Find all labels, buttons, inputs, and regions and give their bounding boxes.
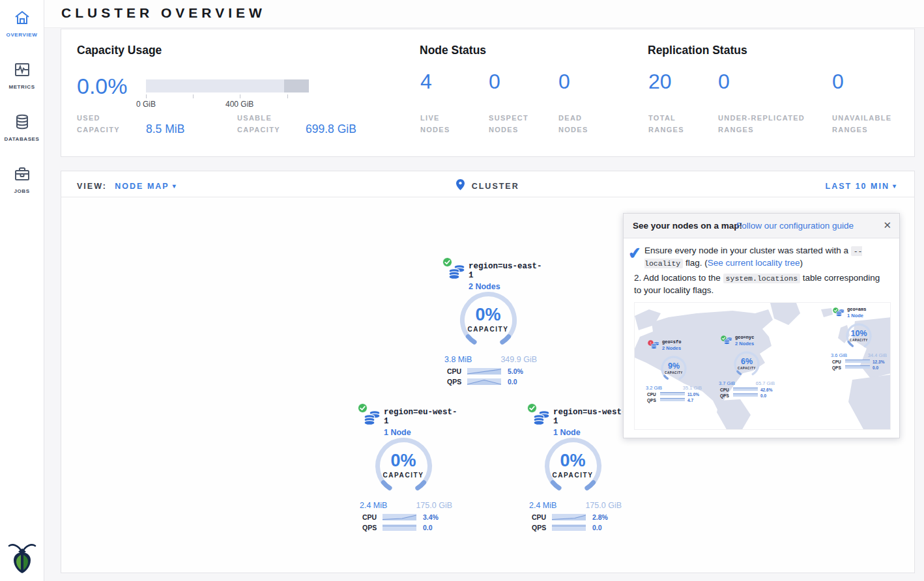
node-used-capacity: 2.4 MiB (529, 501, 556, 510)
cpu-value: 2.8% (592, 513, 608, 521)
cpu-value: 12.3% (873, 359, 884, 365)
suspect-nodes-label: SUSPECT NODES (489, 113, 528, 135)
cpu-sparkline (383, 514, 416, 520)
sidebar-item-overview[interactable]: OVERVIEW (0, 9, 44, 38)
preview-node-count: 2 Nodes (662, 345, 681, 352)
capacity-label: CAPACITY (732, 367, 762, 371)
main-content: CLUSTER OVERVIEW Capacity Usage 0.0% 0 G… (44, 0, 924, 581)
cockroachdb-logo[interactable] (7, 541, 38, 574)
sidebar-item-jobs[interactable]: JOBS (0, 165, 44, 194)
capacity-percent: 0.0% (77, 74, 128, 99)
node-usable-capacity: 35.1 GiB (683, 385, 702, 392)
titlebar: CLUSTER OVERVIEW (44, 0, 924, 28)
node-used-capacity: 3.7 GiB (719, 380, 735, 388)
time-range-dropdown[interactable]: LAST 10 MIN▾ (826, 182, 897, 191)
capacity-label: CAPACITY (844, 339, 874, 343)
node-status-title: Node Status (420, 44, 486, 57)
axis-tick (287, 94, 288, 98)
capacity-percent: 10% (844, 328, 874, 340)
preview-geo-label: geo=nyc (735, 335, 754, 341)
cpu-label: CPU (362, 513, 377, 521)
qps-sparkline (660, 398, 685, 401)
capacity-percent: 9% (659, 361, 689, 373)
cpu-label: CPU (720, 387, 729, 393)
capacity-bar (146, 79, 309, 92)
breadcrumb-cluster[interactable]: CLUSTER (472, 182, 519, 191)
node-usable-capacity: 349.9 GiB (500, 355, 537, 364)
cpu-label: CPU (447, 367, 461, 375)
qps-value: 0.0 (508, 378, 517, 386)
suspect-nodes-value: 0 (489, 70, 500, 94)
qps-sparkline (467, 378, 501, 385)
capacity-percent: 6% (732, 356, 762, 368)
capacity-gauge: 9% CAPACITY (659, 354, 689, 384)
under-replicated-ranges-label: UNDER-REPLICATED RANGES (718, 113, 805, 135)
sidebar-item-label: JOBS (0, 188, 44, 194)
configuration-guide-link[interactable]: Follow our configuration guide (736, 221, 854, 231)
node-used-capacity: 2.4 MiB (360, 501, 387, 510)
cpu-value: 3.4% (423, 513, 439, 521)
capacity-percent: 0% (457, 305, 519, 325)
code-system-locations: system.locations (723, 274, 800, 283)
dead-nodes-label: DEAD NODES (558, 113, 588, 135)
axis-tick (240, 94, 240, 98)
cpu-sparkline (845, 360, 870, 363)
under-replicated-ranges-value: 0 (718, 70, 730, 94)
capacity-gauge: 6% CAPACITY (732, 349, 762, 379)
qps-label: QPS (720, 393, 729, 399)
node-region-label: region=us-west-1 (553, 408, 628, 426)
qps-value: 4.7 (687, 397, 693, 403)
sidebar-item-metrics[interactable]: METRICS (0, 61, 44, 90)
qps-value: 0.0 (760, 393, 766, 399)
map-node-group-us-west-1[interactable]: region=us-west-1 1 Node 0% CAPACITY 2.4 … (517, 406, 628, 531)
chevron-down-icon: ▾ (893, 182, 897, 190)
cpu-value: 11.0% (687, 391, 699, 397)
setup-step-1: ✔ Ensure every node in your cluster was … (634, 245, 889, 270)
dead-nodes-value: 0 (558, 70, 570, 94)
capacity-label: CAPACITY (659, 371, 689, 375)
home-icon (14, 9, 31, 29)
qps-sparkline (383, 524, 416, 531)
qps-label: QPS (647, 397, 656, 403)
metrics-icon (14, 61, 31, 81)
sidebar-item-databases[interactable]: DATABASES (0, 113, 44, 142)
locality-tree-link[interactable]: See current locality tree (708, 258, 800, 268)
popup-title: See your nodes on a map! (633, 221, 742, 231)
total-ranges-label: TOTAL RANGES (648, 113, 684, 135)
capacity-percent: 0% (542, 451, 604, 471)
live-nodes-value: 4 (420, 70, 432, 94)
node-region-label: region=eu-west-1 (384, 408, 459, 426)
setup-step-2: 2. Add locations to the system.locations… (634, 272, 889, 297)
capacity-label: CAPACITY (542, 472, 604, 479)
node-used-capacity: 3.6 GiB (831, 352, 847, 360)
node-used-capacity: 3.8 MiB (444, 355, 472, 364)
node-usable-capacity: 175.0 GiB (585, 501, 622, 510)
popup-header: See your nodes on a map! Follow our conf… (624, 214, 899, 238)
map-node-group-us-east-1[interactable]: region=us-east-1 2 Nodes 0% CAPACITY 3.8… (433, 260, 543, 386)
qps-sparkline (733, 393, 758, 397)
node-usable-capacity: 34.4 GiB (868, 352, 887, 360)
used-capacity-value: 8.5 MiB (146, 122, 184, 136)
preview-node-sfo: ! geo=sfo 2 Nodes (644, 339, 704, 402)
capacity-usage-title: Capacity Usage (77, 44, 162, 57)
axis-tick-label: 0 GiB (136, 100, 156, 109)
cpu-label: CPU (647, 391, 656, 397)
node-map-card: VIEW: NODE MAP▾ CLUSTER LAST 10 MIN▾ (61, 171, 915, 573)
healthy-check-icon (442, 257, 452, 270)
preview-node-count: 2 Nodes (735, 341, 754, 348)
jobs-icon (14, 165, 31, 185)
close-icon[interactable]: ✕ (883, 220, 891, 231)
node-region-label: region=us-east-1 (469, 262, 543, 280)
capacity-gauge: 0% CAPACITY (457, 289, 519, 351)
cluster-summary-card: Capacity Usage 0.0% 0 GiB 400 GiB USED C… (61, 29, 915, 157)
capacity-label: CAPACITY (457, 326, 519, 333)
cpu-label: CPU (832, 359, 841, 365)
popup-body: ✔ Ensure every node in your cluster was … (624, 238, 899, 438)
map-node-group-eu-west-1[interactable]: region=eu-west-1 1 Node 0% CAPACITY 2.4 … (348, 406, 459, 531)
qps-label: QPS (532, 524, 546, 531)
usable-capacity-value: 699.8 GiB (306, 122, 356, 136)
cpu-sparkline (660, 392, 685, 395)
replication-status-title: Replication Status (648, 44, 747, 57)
used-capacity-label: USED CAPACITY (77, 113, 120, 135)
node-map-setup-popup: See your nodes on a map! Follow our conf… (623, 213, 900, 438)
